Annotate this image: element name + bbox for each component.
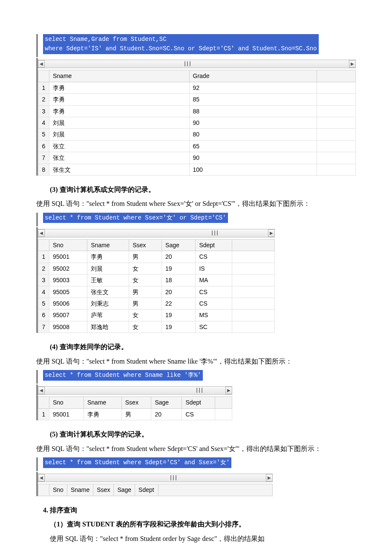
table-header-row: Sno Sname Ssex Sage Sdept xyxy=(38,484,273,496)
cell-sdept: CS xyxy=(196,298,232,309)
cell-sname: 刘晨 xyxy=(49,117,190,128)
cell-sname: 李勇 xyxy=(87,251,129,263)
row-index: 5 xyxy=(38,129,49,140)
result-table-3: Sno Sname Ssex Sage Sdept 195001李勇男20CS … xyxy=(38,239,275,333)
sql-text-4: select * from Student where Sname like '… xyxy=(43,370,203,380)
scroll-right-icon[interactable]: ▶ xyxy=(266,474,273,482)
para-prefix: 使用 SQL 语句：" xyxy=(50,535,103,542)
cell-sno: 95006 xyxy=(49,298,87,309)
cell-sdept: IS xyxy=(196,263,232,274)
para-4: 使用 SQL 语句："select * from Student where S… xyxy=(36,356,356,367)
header-index xyxy=(38,484,49,496)
cell-grade: 85 xyxy=(189,94,317,105)
cell-empty xyxy=(232,263,275,274)
sql-editor-3: select * from Student where Ssex='女' or … xyxy=(36,213,356,226)
header-sdept: Sdept xyxy=(135,484,159,496)
section-sort: 4. 排序查询 （1）查询 STUDENT 表的所有字段和记录按年龄由大到小排序… xyxy=(36,505,356,544)
result-block-5: ◀ ┃┃┃ ▶ Sno Sname Ssex Sage Sdept xyxy=(36,472,273,496)
scroll-thumb[interactable]: ┃┃┃ xyxy=(181,61,194,67)
table-row: 195001李勇男20CS xyxy=(38,251,275,263)
para-5: 使用 SQL 语句："select * from Student where S… xyxy=(36,443,356,454)
scroll-thumb[interactable]: ┃┃┃ xyxy=(167,474,180,481)
cell-sname: 张生文 xyxy=(87,286,129,298)
header-sage: Sage xyxy=(114,484,135,496)
horizontal-scrollbar[interactable]: ◀ ┃┃┃ ▶ xyxy=(38,60,356,68)
row-index: 3 xyxy=(38,275,49,286)
heading-4: (4) 查询李姓同学的记录。 xyxy=(36,341,356,353)
cell-sno: 95007 xyxy=(49,309,87,321)
cell-sname: 刘秉志 xyxy=(87,298,129,309)
cell-sno: 95008 xyxy=(49,321,87,332)
heading-sort: 4. 排序查询 xyxy=(36,505,356,516)
header-sname: Sname xyxy=(84,397,121,408)
table-row: 695007庐苇女19MS xyxy=(38,309,275,321)
horizontal-scrollbar[interactable]: ◀ ┃┃┃ ▶ xyxy=(38,386,232,395)
cell-sdept: MS xyxy=(196,309,232,321)
para-3: 使用 SQL 语句："select * from Student where S… xyxy=(36,198,356,209)
cell-empty xyxy=(232,298,275,309)
cell-ssex: 女 xyxy=(129,309,162,321)
table-row: 4刘晨90 xyxy=(38,117,356,128)
cell-empty xyxy=(317,94,355,105)
section-4: (4) 查询李姓同学的记录。 使用 SQL 语句："select * from … xyxy=(36,341,356,420)
cell-sage: 18 xyxy=(162,275,196,286)
header-sage: Sage xyxy=(162,240,196,251)
header-ssex: Ssex xyxy=(121,397,151,408)
cell-sdept: MA xyxy=(196,275,232,286)
para-sql: select * from Student where Sname like '… xyxy=(89,358,214,365)
cell-sdept: CS xyxy=(182,408,215,420)
section-1: select Sname,Grade from Student,SC where… xyxy=(36,34,356,176)
header-grade: Grade xyxy=(189,70,317,82)
row-index: 7 xyxy=(38,152,49,164)
section-3: (3) 查询计算机系或女同学的记录。 使用 SQL 语句："select * f… xyxy=(36,184,356,333)
scroll-left-icon[interactable]: ◀ xyxy=(38,474,45,482)
scroll-left-icon[interactable]: ◀ xyxy=(38,229,45,237)
horizontal-scrollbar[interactable]: ◀ ┃┃┃ ▶ xyxy=(38,474,273,482)
cell-sage: 20 xyxy=(151,408,182,420)
cell-grade: 88 xyxy=(189,105,317,117)
scroll-left-icon[interactable]: ◀ xyxy=(38,387,45,394)
cell-grade: 100 xyxy=(189,164,317,175)
cell-grade: 90 xyxy=(189,152,317,164)
cell-sname: 庐苇 xyxy=(87,309,129,321)
cell-sno: 95005 xyxy=(49,286,87,298)
cell-sname: 郑逸晗 xyxy=(87,321,129,332)
cell-sname: 李勇 xyxy=(49,82,190,93)
horizontal-scrollbar[interactable]: ◀ ┃┃┃ ▶ xyxy=(38,229,275,237)
row-index: 7 xyxy=(38,321,49,332)
header-sname: Sname xyxy=(67,484,93,496)
para-sql: select * from Student where Sdept='CS' a… xyxy=(89,445,236,452)
result-table-4: Sno Sname Ssex Sage Sdept 195001李勇男20CS xyxy=(38,396,232,420)
cell-sno: 95003 xyxy=(49,275,87,286)
sql-editor-1: select Sname,Grade from Student,SC where… xyxy=(36,34,356,57)
scroll-thumb[interactable]: ┃┃┃ xyxy=(193,387,206,394)
cell-sage: 19 xyxy=(162,263,196,274)
cell-empty xyxy=(317,105,355,117)
cell-sage: 19 xyxy=(162,309,196,321)
para-prefix: 使用 SQL 语句：" xyxy=(36,200,89,207)
cell-empty xyxy=(317,129,355,140)
cell-ssex: 女 xyxy=(129,275,162,286)
header-sno: Sno xyxy=(49,484,67,496)
scroll-right-icon[interactable]: ▶ xyxy=(225,387,232,394)
scroll-left-icon[interactable]: ◀ xyxy=(38,60,45,68)
scroll-right-icon[interactable]: ▶ xyxy=(268,229,275,237)
cell-empty xyxy=(317,140,355,152)
header-empty xyxy=(159,484,273,496)
table-row: 1李勇92 xyxy=(38,82,356,93)
header-empty xyxy=(215,397,232,408)
cell-sdept: CS xyxy=(196,251,232,263)
row-index: 3 xyxy=(38,105,49,117)
para-sql: select * from Student where Ssex='女' or … xyxy=(89,200,233,207)
scroll-right-icon[interactable]: ▶ xyxy=(349,60,356,68)
para-prefix: 使用 SQL 语句：" xyxy=(36,445,89,452)
table-row: 5刘晨80 xyxy=(38,129,356,140)
result-block-3: ◀ ┃┃┃ ▶ Sno Sname Ssex Sage Sdept 195001… xyxy=(36,227,275,333)
header-empty xyxy=(317,70,355,82)
header-index xyxy=(38,240,49,251)
cell-sname: 李勇 xyxy=(49,94,190,105)
scroll-thumb[interactable]: ┃┃┃ xyxy=(208,230,221,237)
para-suffix: "，得出的结果如 xyxy=(214,535,265,542)
row-index: 6 xyxy=(38,309,49,321)
table-row: 295002刘晨女19IS xyxy=(38,263,275,274)
